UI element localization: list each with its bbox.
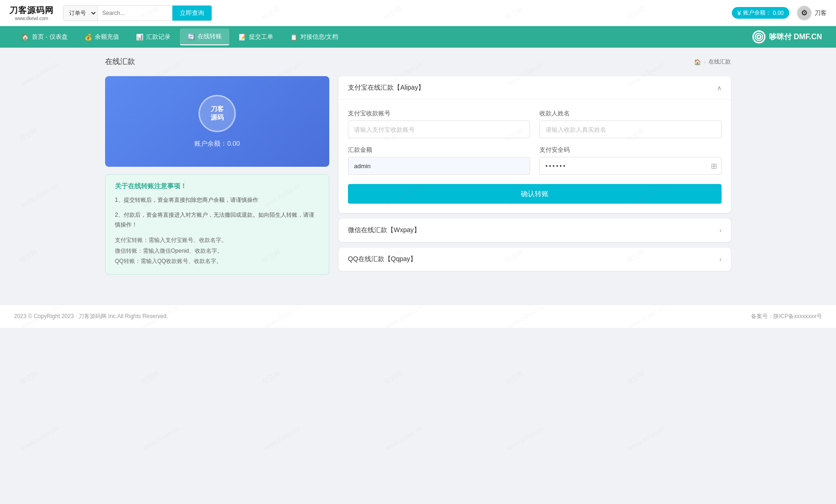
balance-label: 账户余额： [743, 9, 771, 17]
alipay-amount-group: 汇款金额 [348, 146, 530, 175]
search-button[interactable]: 立即查询 [172, 6, 212, 21]
right-panel: 支付宝在线汇款【Alipay】 ∧ 支付宝收款账号 收款人姓名 [339, 76, 731, 277]
notice-extra-3: QQ转账：需输入QQ收款账号、收款名字。 [115, 256, 319, 267]
nav-label-transfer: 在线转账 [198, 32, 222, 41]
alipay-card: 支付宝在线汇款【Alipay】 ∧ 支付宝收款账号 收款人姓名 [339, 76, 731, 213]
logo-area: 刀客源码网 www.dkewl.com [9, 5, 54, 21]
user-card: 刀客 源码 账户余额：0.00 [105, 76, 329, 167]
search-type-select[interactable]: 订单号 [64, 6, 98, 21]
logo-text: 刀客源码网 [9, 5, 54, 16]
alipay-account-label: 支付宝收款账号 [348, 109, 530, 118]
alipay-security-group: 支付安全码 ⊞ [539, 146, 722, 175]
home-icon: 🏠 [21, 34, 29, 41]
user-avatar: ⚙ [797, 6, 812, 21]
recharge-icon: 💰 [85, 34, 92, 41]
nav-bar: 🏠 首页 - 仪表盘 💰 余额充值 📊 汇款记录 🔄 在线转账 📝 提交工单 📋… [0, 26, 836, 48]
qq-chevron: › [719, 256, 722, 263]
alipay-name-group: 收款人姓名 [539, 109, 722, 138]
alipay-body: 支付宝收款账号 收款人姓名 汇款金额 [339, 100, 731, 213]
wechat-header[interactable]: 微信在线汇款【Wxpay】 › [339, 219, 731, 242]
nav-label-ticket: 提交工单 [249, 33, 273, 41]
nav-item-ticket[interactable]: 📝 提交工单 [231, 29, 281, 45]
qq-card: QQ在线汇款【Qqpay】 › [339, 248, 731, 271]
password-toggle-icon[interactable]: ⊞ [711, 162, 717, 170]
qq-header[interactable]: QQ在线汇款【Qqpay】 › [339, 248, 731, 271]
alipay-account-input[interactable] [348, 121, 530, 138]
alipay-row-2: 汇款金额 支付安全码 ⊞ [348, 146, 722, 175]
nav-item-dashboard[interactable]: 🏠 首页 - 仪表盘 [14, 29, 75, 45]
alipay-confirm-button[interactable]: 确认转账 [348, 184, 722, 204]
main-content: 在线汇款 🏠 › 在线汇款 刀客 源码 账户余额：0.00 关于在线转 [91, 48, 745, 286]
qq-title: QQ在线汇款【Qqpay】 [348, 255, 417, 263]
alipay-account-group: 支付宝收款账号 [348, 109, 530, 138]
notice-divider [115, 206, 319, 210]
alipay-chevron: ∧ [717, 84, 722, 92]
breadcrumb-home[interactable]: 🏠 [694, 59, 701, 65]
wechat-card: 微信在线汇款【Wxpay】 › [339, 219, 731, 242]
nav-label-dashboard: 首页 - 仪表盘 [32, 33, 68, 41]
breadcrumb-bar: 在线汇款 🏠 › 在线汇款 [105, 57, 731, 67]
alipay-name-input[interactable] [539, 121, 722, 138]
search-area: 订单号 立即查询 [63, 5, 212, 21]
left-panel: 刀客 源码 账户余额：0.00 关于在线转账注意事项！ 1、提交转账后，资金将直… [105, 76, 329, 275]
footer-copyright: 2023 © CopyRight 2023 · 刀客源码网 Inc.All Ri… [14, 312, 168, 320]
notice-card: 关于在线转账注意事项！ 1、提交转账后，资金将直接扣除您商户余额，请谨慎操作 2… [105, 174, 329, 275]
balance-pill: ¥ 账户余额： 0.00 [732, 7, 789, 19]
alipay-security-label: 支付安全码 [539, 146, 722, 154]
page-title: 在线汇款 [105, 57, 135, 67]
notice-item-1: 1、提交转账后，资金将直接扣除您商户余额，请谨慎操作 [115, 195, 319, 206]
brand-logo [752, 30, 765, 43]
user-logo: 刀客 源码 [198, 95, 236, 132]
user-balance-label: 账户余额：0.00 [114, 140, 320, 148]
nav-label-recharge: 余额充值 [95, 33, 119, 41]
breadcrumb: 🏠 › 在线汇款 [694, 58, 731, 66]
balance-value: 0.00 [773, 10, 784, 16]
breadcrumb-separator: › [704, 59, 706, 65]
nav-label-docs: 对接信息/文档 [300, 33, 339, 41]
records-icon: 📊 [136, 34, 143, 41]
alipay-name-label: 收款人姓名 [539, 109, 722, 118]
yuan-icon: ¥ [737, 9, 741, 17]
nav-items: 🏠 首页 - 仪表盘 💰 余额充值 📊 汇款记录 🔄 在线转账 📝 提交工单 📋… [14, 28, 346, 45]
docs-icon: 📋 [290, 34, 298, 41]
notice-item-2: 2、付款后，资金将直接进入对方账户，无法撤回或退款。如向陌生人转账，请谨慎操作！ [115, 210, 319, 230]
header-right: ¥ 账户余额： 0.00 ⚙ 刀客 [732, 6, 827, 21]
user-name: 刀客 [815, 9, 827, 17]
breadcrumb-current: 在线汇款 [708, 58, 731, 66]
user-logo-text: 刀客 源码 [211, 105, 224, 122]
alipay-title: 支付宝在线汇款【Alipay】 [348, 84, 425, 92]
nav-item-records[interactable]: 📊 汇款记录 [128, 29, 178, 45]
ticket-icon: 📝 [239, 34, 246, 41]
notice-title: 关于在线转账注意事项！ [115, 182, 319, 191]
notice-extra-1: 支付宝转账：需输入支付宝账号、收款名字。 [115, 235, 319, 246]
search-input[interactable] [98, 6, 172, 21]
nav-label-records: 汇款记录 [146, 33, 170, 41]
nav-item-docs[interactable]: 📋 对接信息/文档 [283, 29, 346, 45]
alipay-security-input[interactable] [539, 157, 722, 175]
nav-item-transfer[interactable]: 🔄 在线转账 [180, 28, 229, 45]
nav-item-recharge[interactable]: 💰 余额充值 [77, 29, 127, 45]
header-left: 刀客源码网 www.dkewl.com 订单号 立即查询 [9, 5, 212, 21]
alipay-header[interactable]: 支付宝在线汇款【Alipay】 ∧ [339, 76, 731, 100]
header: 刀客源码网 www.dkewl.com 订单号 立即查询 ¥ 账户余额： 0.0… [0, 0, 836, 26]
alipay-password-wrapper: ⊞ [539, 157, 722, 175]
notice-extra-2: 微信转账：需输入微信Openid、收款名字。 [115, 246, 319, 256]
wechat-chevron: › [719, 227, 722, 234]
logo-sub: www.dkewl.com [15, 16, 48, 21]
nav-brand: 哆咪付 DMF.CN [752, 30, 822, 43]
user-area[interactable]: ⚙ 刀客 [797, 6, 827, 21]
wechat-title: 微信在线汇款【Wxpay】 [348, 226, 420, 234]
alipay-row-1: 支付宝收款账号 收款人姓名 [348, 109, 722, 138]
brand-label: 哆咪付 DMF.CN [769, 32, 822, 42]
alipay-amount-label: 汇款金额 [348, 146, 530, 154]
transfer-icon: 🔄 [187, 33, 195, 40]
alipay-amount-input[interactable] [348, 157, 530, 175]
footer-icp: 备案号：陕ICP备xxxxxxxx号 [751, 312, 822, 320]
footer: 2023 © CopyRight 2023 · 刀客源码网 Inc.All Ri… [0, 305, 836, 328]
notice-extra: 支付宝转账：需输入支付宝账号、收款名字。 微信转账：需输入微信Openid、收款… [115, 235, 319, 267]
content-grid: 刀客 源码 账户余额：0.00 关于在线转账注意事项！ 1、提交转账后，资金将直… [105, 76, 731, 277]
brand-logo-icon [755, 33, 763, 41]
